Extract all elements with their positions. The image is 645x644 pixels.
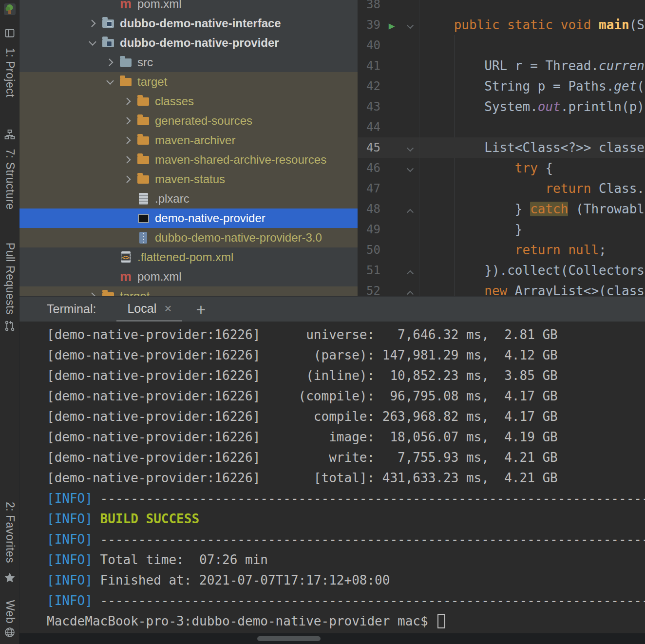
code-text[interactable]: } catch (Throwabl bbox=[419, 202, 645, 216]
terminal-tab-local[interactable]: Local × bbox=[116, 297, 182, 322]
stripe-item-7-structure[interactable]: 7: Structure bbox=[0, 127, 19, 216]
chevron-right-icon[interactable] bbox=[119, 111, 136, 131]
code-text[interactable]: try { bbox=[419, 161, 553, 175]
terminal-line: [demo-native-provider:16226] compile: 26… bbox=[47, 406, 645, 427]
stripe-item-1-project[interactable]: 1: Project bbox=[0, 25, 19, 104]
tree-item-label: target bbox=[120, 289, 150, 296]
tree-item[interactable]: maven-archiver bbox=[19, 131, 358, 150]
code-segment: (Throwabl bbox=[568, 202, 645, 216]
code-text[interactable]: }).collect(Collectors bbox=[419, 263, 645, 278]
code-text[interactable]: return null; bbox=[419, 243, 607, 257]
code-segment: List<Class<?>> classe bbox=[423, 140, 645, 155]
code-text[interactable]: } bbox=[419, 222, 523, 237]
chevron-down-icon[interactable] bbox=[101, 72, 119, 92]
editor-line: 42 String p = Paths.get( bbox=[358, 76, 645, 96]
code-text[interactable]: new ArrayList<>(class bbox=[419, 284, 645, 296]
pull-requests-icon bbox=[4, 320, 16, 332]
editor-gutter: 49 bbox=[358, 219, 419, 240]
chevron-right-icon[interactable] bbox=[119, 170, 136, 189]
tree-item[interactable]: target bbox=[19, 286, 358, 296]
chevron-right-icon[interactable] bbox=[101, 53, 119, 72]
line-number: 51 bbox=[358, 264, 380, 277]
stripe-item-label: Web bbox=[3, 600, 16, 623]
chevron-spacer bbox=[101, 0, 119, 14]
code-text[interactable]: System.out.println(p) bbox=[419, 99, 645, 114]
editor-line: 38 bbox=[358, 0, 645, 15]
excluded-folder-icon bbox=[136, 114, 150, 128]
project-tree: mpom.xmldubbo-demo-native-interfacedubbo… bbox=[19, 0, 358, 296]
stripe-item-2-favorites[interactable]: 2: Favorites bbox=[0, 495, 19, 586]
tree-item[interactable]: .plxarc bbox=[19, 189, 358, 208]
stripe-item-label: 7: Structure bbox=[3, 149, 16, 210]
tree-item-label: maven-shared-archive-resources bbox=[155, 153, 326, 167]
editor-gutter: 52 bbox=[358, 281, 419, 296]
code-text[interactable]: public static void main(S bbox=[419, 18, 645, 32]
tree-item[interactable]: mpom.xml bbox=[19, 0, 358, 14]
terminal-line: [demo-native-provider:16226] write: 7,75… bbox=[47, 447, 645, 468]
chevron-right-icon[interactable] bbox=[84, 14, 101, 33]
close-tab-icon[interactable]: × bbox=[164, 301, 171, 316]
run-button-icon[interactable]: ▶ bbox=[389, 20, 395, 32]
code-segment bbox=[423, 284, 484, 296]
tree-item[interactable]: target bbox=[19, 72, 358, 92]
code-segment: } bbox=[423, 202, 530, 216]
code-segment: }).collect(Collectors bbox=[423, 263, 645, 278]
tree-item-label: pom.xml bbox=[137, 270, 182, 284]
code-segment: } bbox=[423, 222, 523, 237]
terminal-header: Terminal: Local × + bbox=[19, 296, 645, 322]
tree-item[interactable]: classes bbox=[19, 92, 358, 111]
tree-item[interactable]: mpom.xml bbox=[19, 267, 358, 286]
code-segment: return bbox=[515, 243, 561, 257]
fold-end-icon[interactable] bbox=[407, 270, 414, 277]
stripe-item-pull-requests[interactable]: Pull Requests bbox=[0, 239, 19, 334]
terminal-output[interactable]: [demo-native-provider:16226] universe: 7… bbox=[19, 322, 645, 633]
editor-line: 43 System.out.println(p) bbox=[358, 96, 645, 117]
stripe-label-wrap: 7: Structure bbox=[0, 142, 19, 216]
code-editor[interactable]: 3839▶ public static void main(S4041 URL … bbox=[358, 0, 645, 296]
code-segment: new bbox=[484, 284, 507, 296]
chevron-right-icon[interactable] bbox=[119, 150, 136, 170]
fold-expanded-icon[interactable] bbox=[407, 22, 414, 29]
code-segment: .println(p) bbox=[561, 99, 645, 114]
terminal-title: Terminal: bbox=[47, 302, 96, 316]
fold-column bbox=[403, 140, 417, 155]
tree-item[interactable]: dubbo-demo-native-interface bbox=[19, 14, 358, 33]
editor-line: 39▶ public static void main(S bbox=[358, 15, 645, 35]
chevron-right-icon[interactable] bbox=[119, 131, 136, 150]
terminal-text: [INFO] bbox=[47, 573, 100, 587]
stripe-item-web[interactable]: Web bbox=[0, 599, 19, 640]
new-terminal-button[interactable]: + bbox=[196, 301, 206, 318]
horizontal-scrollbar[interactable] bbox=[19, 633, 645, 644]
tree-item[interactable]: dubbo-demo-native-provider-3.0 bbox=[19, 228, 358, 247]
tree-item[interactable]: src bbox=[19, 53, 358, 72]
tree-item[interactable]: dubbo-demo-native-provider bbox=[19, 33, 358, 53]
chevron-right-icon[interactable] bbox=[84, 286, 101, 296]
chevron-spacer bbox=[119, 189, 136, 208]
fold-end-icon[interactable] bbox=[407, 209, 414, 216]
maven-icon: m bbox=[119, 270, 133, 284]
tool-stripe-top: 1: Project7: StructurePull Requests bbox=[0, 22, 19, 334]
module-folder-icon bbox=[101, 17, 115, 30]
chevron-right-icon[interactable] bbox=[119, 92, 136, 111]
fold-end-icon[interactable] bbox=[407, 291, 414, 296]
code-text[interactable]: return Class. bbox=[419, 181, 645, 196]
code-text[interactable]: String p = Paths.get( bbox=[419, 79, 645, 94]
terminal-text: Total time: 07:26 min bbox=[100, 552, 268, 567]
chevron-spacer bbox=[119, 228, 136, 247]
scrollbar-thumb[interactable] bbox=[257, 636, 321, 641]
tree-item-label: dubbo-demo-native-provider bbox=[120, 36, 279, 50]
code-text[interactable]: List<Class<?>> classe bbox=[419, 140, 645, 155]
fold-expanded-icon[interactable] bbox=[407, 145, 414, 152]
chevron-down-icon[interactable] bbox=[84, 33, 101, 53]
project-tree-panel[interactable]: mpom.xmldubbo-demo-native-interfacedubbo… bbox=[19, 0, 358, 296]
tree-item[interactable]: generated-sources bbox=[19, 111, 358, 131]
line-number: 42 bbox=[358, 79, 380, 93]
tree-item[interactable]: demo-native-provider bbox=[19, 208, 358, 228]
fold-expanded-icon[interactable] bbox=[407, 165, 414, 172]
terminal-text: ----------------------------------------… bbox=[100, 593, 645, 608]
tree-item[interactable]: <>.flattened-pom.xml bbox=[19, 247, 358, 267]
code-text[interactable]: URL r = Thread.curren bbox=[419, 58, 645, 73]
line-number: 43 bbox=[358, 100, 380, 114]
tree-item[interactable]: maven-shared-archive-resources bbox=[19, 150, 358, 170]
tree-item[interactable]: maven-status bbox=[19, 170, 358, 189]
